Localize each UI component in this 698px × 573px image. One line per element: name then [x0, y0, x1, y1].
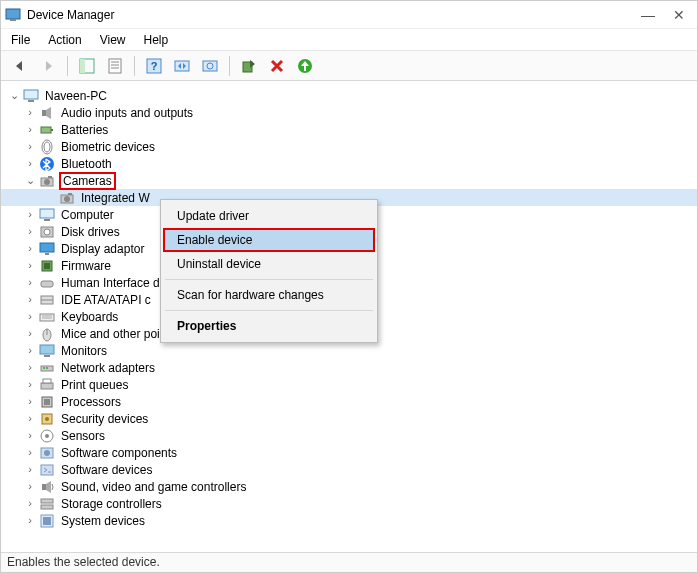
context-uninstall-device[interactable]: Uninstall device [163, 252, 375, 276]
expand-toggle[interactable]: › [23, 413, 37, 424]
expand-toggle[interactable]: › [23, 345, 37, 356]
tree-category-label: Computer [59, 208, 116, 222]
device-tree[interactable]: ⌄ Naveen-PC ›Audio inputs and outputs›Ba… [1, 81, 697, 552]
help-button[interactable]: ? [143, 55, 165, 77]
context-scan-hardware[interactable]: Scan for hardware changes [163, 283, 375, 307]
tree-category[interactable]: ›Batteries [1, 121, 697, 138]
expand-toggle[interactable]: › [23, 379, 37, 390]
update-driver-button[interactable] [199, 55, 221, 77]
expand-toggle[interactable]: › [23, 464, 37, 475]
monitor-icon [39, 343, 55, 359]
show-hide-tree-button[interactable] [76, 55, 98, 77]
expand-toggle[interactable]: › [23, 498, 37, 509]
scan-hardware-button[interactable] [171, 55, 193, 77]
security-icon [39, 411, 55, 427]
app-icon [5, 7, 21, 23]
tree-category[interactable]: ⌄Cameras [1, 172, 697, 189]
svg-rect-30 [44, 219, 50, 221]
back-button[interactable] [9, 55, 31, 77]
expand-toggle[interactable]: › [23, 311, 37, 322]
menu-action[interactable]: Action [48, 33, 81, 47]
tree-category[interactable]: ›Storage controllers [1, 495, 697, 512]
tree-category[interactable]: ›Processors [1, 393, 697, 410]
context-update-driver[interactable]: Update driver [163, 204, 375, 228]
expand-toggle[interactable]: › [23, 107, 37, 118]
tree-category-label: Cameras [59, 172, 116, 190]
system-icon [39, 513, 55, 529]
menu-help[interactable]: Help [144, 33, 169, 47]
camera-icon [39, 173, 55, 189]
expand-toggle[interactable]: ⌄ [7, 90, 21, 101]
tree-category[interactable]: ›Print queues [1, 376, 697, 393]
close-button[interactable]: ✕ [673, 7, 685, 23]
svg-rect-63 [41, 505, 53, 509]
expand-toggle[interactable]: › [23, 277, 37, 288]
expand-toggle[interactable]: › [23, 141, 37, 152]
menu-file[interactable]: File [11, 33, 30, 47]
menu-view[interactable]: View [100, 33, 126, 47]
tree-category-label: Processors [59, 395, 123, 409]
tree-category-label: Batteries [59, 123, 110, 137]
add-legacy-hardware-button[interactable] [294, 55, 316, 77]
tree-category[interactable]: ›Security devices [1, 410, 697, 427]
tree-category-label: Keyboards [59, 310, 120, 324]
svg-point-49 [46, 367, 48, 369]
expand-toggle[interactable]: › [23, 396, 37, 407]
svg-rect-4 [109, 59, 121, 73]
expand-toggle[interactable]: › [23, 430, 37, 441]
enable-device-button[interactable] [238, 55, 260, 77]
svg-rect-36 [44, 263, 50, 269]
forward-button[interactable] [37, 55, 59, 77]
tree-category-label: Network adapters [59, 361, 157, 375]
tree-category[interactable]: ›Audio inputs and outputs [1, 104, 697, 121]
tree-category[interactable]: ›Biometric devices [1, 138, 697, 155]
properties-button[interactable] [104, 55, 126, 77]
softcomp-icon [39, 445, 55, 461]
tree-category-label: Firmware [59, 259, 113, 273]
expand-toggle[interactable]: ⌄ [23, 175, 37, 186]
context-separator [165, 279, 373, 280]
svg-rect-18 [41, 127, 51, 133]
context-properties[interactable]: Properties [163, 314, 375, 338]
tree-category-label: Human Interface d [59, 276, 162, 290]
minimize-button[interactable]: — [641, 7, 655, 23]
tree-category[interactable]: ›Sensors [1, 427, 697, 444]
expand-toggle[interactable]: › [23, 294, 37, 305]
tree-category[interactable]: ›Bluetooth [1, 155, 697, 172]
tree-device-label: Integrated W [79, 191, 152, 205]
tree-category-label: Display adaptor [59, 242, 146, 256]
printer-icon [39, 377, 55, 393]
context-enable-device[interactable]: Enable device [163, 228, 375, 252]
context-menu: Update driver Enable device Uninstall de… [160, 199, 378, 343]
expand-toggle[interactable]: › [23, 328, 37, 339]
tree-category[interactable]: ›Sound, video and game controllers [1, 478, 697, 495]
expand-toggle[interactable]: › [23, 481, 37, 492]
window-title: Device Manager [27, 8, 641, 22]
tree-category[interactable]: ›Software components [1, 444, 697, 461]
expand-toggle[interactable]: › [23, 260, 37, 271]
svg-rect-28 [68, 193, 72, 195]
svg-rect-53 [44, 399, 50, 405]
tree-root[interactable]: ⌄ Naveen-PC [1, 87, 697, 104]
expand-toggle[interactable]: › [23, 447, 37, 458]
expand-toggle[interactable]: › [23, 362, 37, 373]
tree-category[interactable]: ›Network adapters [1, 359, 697, 376]
toolbar: ? [1, 51, 697, 81]
svg-rect-51 [43, 379, 51, 383]
expand-toggle[interactable]: › [23, 209, 37, 220]
svg-rect-62 [41, 499, 53, 503]
expand-toggle[interactable]: › [23, 158, 37, 169]
svg-point-57 [45, 434, 49, 438]
expand-toggle[interactable]: › [23, 515, 37, 526]
expand-toggle[interactable]: › [23, 243, 37, 254]
toolbar-separator [229, 56, 230, 76]
tree-category[interactable]: ›System devices [1, 512, 697, 529]
tree-category[interactable]: ›Software devices [1, 461, 697, 478]
expand-toggle[interactable]: › [23, 124, 37, 135]
tree-category[interactable]: ›Monitors [1, 342, 697, 359]
chip-icon [39, 258, 55, 274]
computer-icon [39, 207, 55, 223]
keyboard-icon [39, 309, 55, 325]
expand-toggle[interactable]: › [23, 226, 37, 237]
uninstall-device-button[interactable] [266, 55, 288, 77]
